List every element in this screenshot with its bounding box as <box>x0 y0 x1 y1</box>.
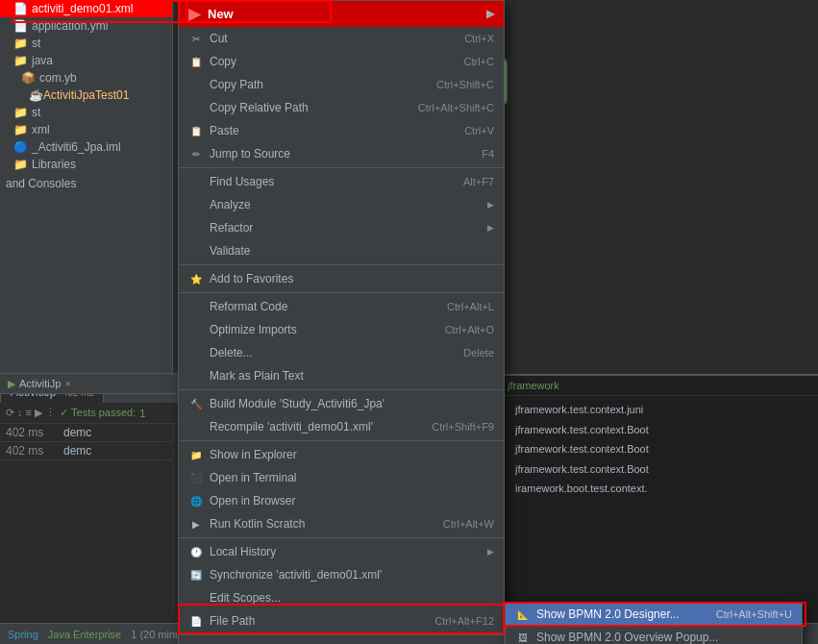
paste-icon: 📋 <box>188 123 204 138</box>
file-tree-item-consoles[interactable]: and Consoles <box>0 173 172 194</box>
separator-6 <box>179 537 504 538</box>
menu-item-analyze[interactable]: Analyze <box>179 193 504 216</box>
menu-item-terminal[interactable]: ⬛ Open in Terminal <box>179 466 504 489</box>
file-tree-item-libraries[interactable]: 📁Libraries <box>0 156 172 173</box>
console-out-5: iramework.boot.test.context. <box>508 479 810 499</box>
console-out-3: jframework.test.context.Boot <box>508 439 810 459</box>
run-row-1[interactable]: 402 ms demc <box>0 424 172 442</box>
file-tree-item-yml[interactable]: 📄application.yml <box>0 17 172 35</box>
menu-item-copy-relative[interactable]: Copy Relative Path Ctrl+Alt+Shift+C <box>179 96 504 119</box>
spring-label: Spring <box>8 629 38 640</box>
file-tree-item-iml[interactable]: 🔵_Activiti6_Jpa.iml <box>0 138 172 156</box>
run-icon: ▶ <box>188 516 204 532</box>
menu-item-recompile[interactable]: Recompile 'activiti_demo01.xml' Ctrl+Shi… <box>179 415 504 438</box>
menu-item-synchronize[interactable]: 🔄 Synchronize 'activiti_demo01.xml' <box>179 563 504 586</box>
file-tree-item-st[interactable]: 📁st <box>0 35 172 52</box>
menu-item-copy-path[interactable]: Copy Path Ctrl+Shift+C <box>179 73 504 96</box>
menu-item-run-kotlin[interactable]: ▶ Run Kotlin Scratch Ctrl+Alt+W <box>179 512 504 535</box>
sub-menu-item-show-bpmn[interactable]: 📐 Show BPMN 2.0 Designer... Ctrl+Alt+Shi… <box>506 603 802 626</box>
menu-item-favorites[interactable]: ⭐ Add to Favorites <box>179 267 504 290</box>
menu-item-paste[interactable]: 📋 Paste Ctrl+V <box>179 119 504 142</box>
menu-item-compare-with[interactable]: Compare With... Ctrl+D <box>179 637 504 644</box>
menu-item-reformat[interactable]: Reformat Code Ctrl+Alt+L <box>179 295 504 318</box>
menu-item-local-history[interactable]: 🕐 Local History <box>179 540 504 563</box>
menu-item-jump[interactable]: ✏ Jump to Source F4 <box>179 142 504 165</box>
file-tree-item-package[interactable]: 📦com.yb <box>0 69 172 87</box>
file-tree: 📄activiti_demo01.xml 📄application.yml 📁s… <box>0 0 173 375</box>
menu-item-cut[interactable]: ✂ Cut Ctrl+X <box>179 27 504 50</box>
separator-5 <box>179 440 504 441</box>
separator-2 <box>179 264 504 265</box>
console-out-4: jframework.test.context.Boot <box>508 459 810 480</box>
separator-3 <box>179 292 504 293</box>
context-menu: ▶ New ▶ ✂ Cut Ctrl+X 📋 Copy Ctrl+C Copy … <box>178 0 505 644</box>
menu-item-find-usages[interactable]: Find Usages Alt+F7 <box>179 170 504 193</box>
menu-header: ▶ New ▶ <box>179 1 504 27</box>
file-tree-item-st2[interactable]: 📁st <box>0 104 172 121</box>
menu-item-browser[interactable]: 🌐 Open in Browser <box>179 489 504 512</box>
menu-item-mark-plain[interactable]: Mark as Plain Text <box>179 364 504 387</box>
file-tree-item-class[interactable]: ☕ActivitiJpaTest01 <box>0 87 172 104</box>
run-row-2[interactable]: 402 ms demc <box>0 442 172 460</box>
separator-7 <box>179 634 504 635</box>
menu-item-show-explorer[interactable]: 📁 Show in Explorer <box>179 443 504 466</box>
menu-item-refactor[interactable]: Refactor <box>179 216 504 239</box>
scissors-icon: ✂ <box>188 31 204 46</box>
menu-item-delete[interactable]: Delete... Delete <box>179 341 504 364</box>
menu-item-file-path[interactable]: 📄 File Path Ctrl+Alt+F12 <box>179 609 504 632</box>
console-out-2: jframework.test.context.Boot <box>508 420 810 440</box>
sub-menu-item-overview[interactable]: 🖼 Show BPMN 2.0 Overview Popup... <box>506 626 802 644</box>
menu-item-copy[interactable]: 📋 Copy Ctrl+C <box>179 50 504 73</box>
copy-icon: 📋 <box>188 54 204 69</box>
menu-item-optimize[interactable]: Optimize Imports Ctrl+Alt+O <box>179 318 504 341</box>
sub-context-menu: 📐 Show BPMN 2.0 Designer... Ctrl+Alt+Shi… <box>505 602 803 644</box>
sync-icon: 🔄 <box>188 567 204 582</box>
menu-item-validate[interactable]: Validate <box>179 239 504 262</box>
separator-4 <box>179 389 504 390</box>
menu-item-edit-scopes[interactable]: Edit Scopes... <box>179 586 504 609</box>
menu-item-build[interactable]: 🔨 Build Module 'Study_Activiti6_Jpa' <box>179 392 504 415</box>
file-tree-item-xml[interactable]: 📄activiti_demo01.xml <box>0 0 172 17</box>
run-tab-label[interactable]: ActivitiJp <box>19 378 61 389</box>
annotation-arrow <box>160 4 171 19</box>
file-tree-item-xml2[interactable]: 📁xml <box>0 121 172 138</box>
console-out-1: jframework.test.context.juni <box>508 400 810 420</box>
separator-1 <box>179 167 504 168</box>
file-tree-item-java[interactable]: 📁java <box>0 52 172 69</box>
test-passed-label: ✓ Tests passed: <box>60 407 136 419</box>
java-enterprise-label: Java Enterprise <box>48 629 121 640</box>
